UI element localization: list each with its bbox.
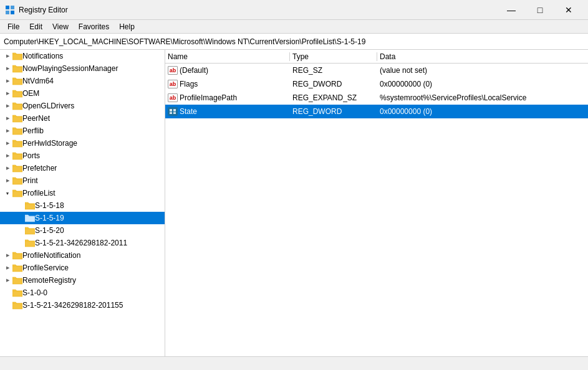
tree-item-peernet[interactable]: ▶ PeerNet (0, 112, 165, 125)
menu-bar: File Edit View Favorites Help (0, 20, 588, 34)
tree-label-oem: OEM (22, 89, 39, 98)
expand-icon-notifications[interactable]: ▶ (2, 51, 12, 61)
detail-scroll[interactable]: Name Type Data ab(Default)REG_SZ(value n… (165, 50, 588, 356)
detail-data-flags: 0x00000000 (0) (377, 80, 588, 88)
folder-icon-s-1-5-18 (25, 201, 35, 210)
expand-icon-prefetcher[interactable]: ▶ (2, 163, 12, 173)
folder-icon-s-1-5-20 (25, 226, 35, 235)
svg-rect-1 (11, 6, 14, 9)
tree-item-profileservice[interactable]: ▶ ProfileService (0, 262, 165, 274)
detail-name-default: ab(Default) (165, 66, 290, 75)
expand-icon-nowplaying[interactable]: ▶ (2, 64, 12, 74)
svg-rect-0 (6, 6, 9, 9)
tree-item-opengl[interactable]: ▶ OpenGLDrivers (0, 100, 165, 112)
detail-row-state[interactable]: StateREG_DWORD0x00000000 (0) (165, 105, 588, 118)
folder-icon-oem (12, 89, 22, 98)
tree-item-s-1-0-0[interactable]: S-1-0-0 (0, 287, 165, 299)
tree-label-nowplaying: NowPlayingSessionManager (22, 64, 118, 73)
tree-item-prefetcher[interactable]: ▶ Prefetcher (0, 162, 165, 174)
expand-icon-opengl[interactable]: ▶ (2, 101, 12, 111)
tree-item-ports[interactable]: ▶ Ports (0, 149, 165, 162)
tree-item-ntvdm64[interactable]: ▶ NtVdm64 (0, 75, 165, 87)
tree-label-profileservice: ProfileService (22, 263, 69, 272)
folder-icon-remoteregistry (12, 276, 22, 285)
folder-icon-s-1-5-21-long2 (12, 301, 22, 310)
expand-icon-profileservice[interactable]: ▶ (2, 263, 12, 273)
detail-type-flags: REG_DWORD (290, 80, 377, 88)
detail-name-profileimagepath: abProfileImagePath (165, 93, 290, 102)
tree-label-notifications: Notifications (22, 52, 63, 60)
folder-icon-profilelist (12, 189, 22, 197)
detail-row-profileimagepath[interactable]: abProfileImagePathREG_EXPAND_SZ%systemro… (165, 91, 588, 105)
detail-name-text-state: State (180, 107, 197, 116)
folder-icon-perhwld (12, 139, 22, 148)
expand-icon-profilenotif[interactable]: ▶ (2, 250, 12, 260)
minimize-button[interactable]: — (497, 0, 526, 20)
col-name-header: Name (165, 52, 290, 61)
tree-item-notifications[interactable]: ▶ Notifications (0, 50, 165, 62)
menu-file[interactable]: File (2, 21, 24, 32)
expand-icon-profilelist[interactable]: ▼ (2, 188, 12, 198)
tree-item-nowplaying[interactable]: ▶ NowPlayingSessionManager (0, 62, 165, 75)
folder-icon-nowplaying (12, 64, 22, 73)
tree-item-s-1-5-21-long2[interactable]: S-1-5-21-3426298182-201155 (0, 299, 165, 311)
folder-icon-opengl (12, 102, 22, 110)
tree-item-s-1-5-19[interactable]: ▶ S-1-5-19 (0, 212, 165, 224)
col-type-header: Type (290, 52, 377, 61)
detail-name-text-flags: Flags (180, 80, 198, 88)
tree-item-perflib[interactable]: ▶ Perflib (0, 125, 165, 137)
menu-favorites[interactable]: Favorites (74, 21, 114, 32)
tree-item-remoteregistry[interactable]: ▶ RemoteRegistry (0, 274, 165, 287)
detail-type-default: REG_SZ (290, 66, 377, 75)
tree-item-s-1-5-18[interactable]: ▶ S-1-5-18 (0, 199, 165, 212)
expand-icon-remoteregistry[interactable]: ▶ (2, 275, 12, 285)
tree-label-profilenotif: ProfileNotification (22, 251, 80, 260)
tree-label-s-1-5-19: S-1-5-19 (35, 214, 64, 222)
maximize-button[interactable]: □ (526, 0, 554, 20)
tree-label-remoteregistry: RemoteRegistry (22, 276, 76, 285)
tree-item-s-1-5-20[interactable]: ▶ S-1-5-20 (0, 224, 165, 237)
menu-help[interactable]: Help (114, 21, 140, 32)
expand-icon-ntvdm64[interactable]: ▶ (2, 76, 12, 86)
folder-icon-ports (12, 151, 22, 160)
address-path: Computer\HKEY_LOCAL_MACHINE\SOFTWARE\Mic… (4, 37, 365, 46)
folder-icon-notifications (12, 52, 22, 60)
tree-item-profilelist[interactable]: ▼ ProfileList (0, 187, 165, 199)
menu-edit[interactable]: Edit (24, 21, 47, 32)
tree-item-oem[interactable]: ▶ OEM (0, 87, 165, 100)
tree-label-opengl: OpenGLDrivers (22, 102, 74, 110)
title-bar: Registry Editor — □ ✕ (0, 0, 588, 20)
expand-icon-perflib[interactable]: ▶ (2, 126, 12, 136)
detail-data-profileimagepath: %systemroot%\ServiceProfiles\LocalServic… (377, 93, 588, 102)
detail-row-flags[interactable]: abFlagsREG_DWORD0x00000000 (0) (165, 77, 588, 91)
tree-item-profilenotif[interactable]: ▶ ProfileNotification (0, 249, 165, 262)
tree-item-s-1-5-21-long[interactable]: ▶ S-1-5-21-3426298182-2011 (0, 237, 165, 249)
expand-icon-print[interactable]: ▶ (2, 176, 12, 186)
detail-row-default[interactable]: ab(Default)REG_SZ(value not set) (165, 64, 588, 77)
folder-icon-profileservice (12, 263, 22, 272)
expand-icon-oem[interactable]: ▶ (2, 88, 12, 98)
folder-icon-s-1-5-19 (25, 214, 35, 222)
folder-icon-print (12, 176, 22, 185)
close-button[interactable]: ✕ (554, 0, 583, 20)
expand-icon-perhwld[interactable]: ▶ (2, 138, 12, 148)
detail-data-state: 0x00000000 (0) (377, 107, 588, 116)
detail-type-state: REG_DWORD (290, 107, 377, 116)
svg-rect-6 (170, 112, 172, 114)
tree-item-perhwld[interactable]: ▶ PerHwIdStorage (0, 137, 165, 149)
folder-icon-peernet (12, 114, 22, 123)
svg-rect-2 (6, 11, 9, 14)
tree-label-s-1-5-20: S-1-5-20 (35, 226, 64, 235)
svg-rect-7 (173, 112, 176, 114)
tree-item-print[interactable]: ▶ Print (0, 174, 165, 187)
detail-name-text-default: (Default) (180, 66, 208, 75)
main-content: ▶ Notifications▶ NowPlayingSessionManage… (0, 50, 588, 356)
tree-scroll[interactable]: ▶ Notifications▶ NowPlayingSessionManage… (0, 50, 165, 356)
tree-label-perhwld: PerHwIdStorage (22, 139, 77, 148)
reg-icon-default: ab (168, 66, 178, 75)
expand-icon-ports[interactable]: ▶ (2, 151, 12, 161)
detail-name-flags: abFlags (165, 80, 290, 88)
expand-icon-peernet[interactable]: ▶ (2, 113, 12, 123)
menu-view[interactable]: View (47, 21, 74, 32)
window-controls: — □ ✕ (497, 0, 583, 20)
